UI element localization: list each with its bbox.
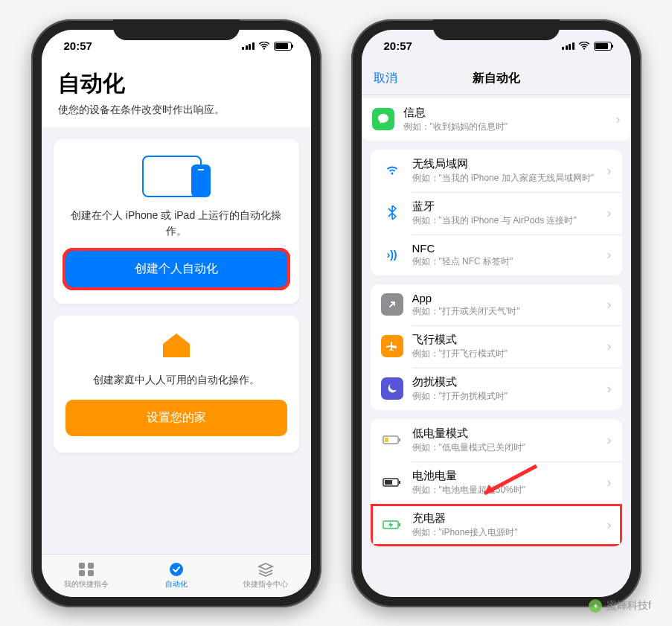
app-icon bbox=[381, 293, 403, 316]
trigger-charger[interactable]: 充电器例如："iPhone接入电源时" › bbox=[371, 504, 622, 546]
row-sub: 例如："打开或关闭'天气'时" bbox=[412, 305, 598, 318]
page-subtitle: 使您的设备在条件改变时作出响应。 bbox=[58, 103, 295, 117]
phone-right-frame: 20:57 取消 新自动化 信息 例如："收到妈妈的信息时" bbox=[351, 19, 641, 607]
row-title: 充电器 bbox=[412, 511, 598, 526]
signal-icon bbox=[242, 42, 255, 50]
grid-icon bbox=[77, 561, 96, 578]
trigger-low-power[interactable]: 低电量模式例如："低电量模式已关闭时" › bbox=[371, 419, 622, 461]
row-title: 低电量模式 bbox=[412, 427, 598, 441]
low-power-icon bbox=[381, 429, 403, 451]
modal-nav: 取消 新自动化 bbox=[362, 63, 631, 95]
chevron-right-icon: › bbox=[607, 297, 612, 313]
nfc-icon: ›)) bbox=[381, 243, 403, 266]
tab-gallery[interactable]: 快捷指令中心 bbox=[221, 555, 311, 597]
airplane-icon bbox=[381, 335, 403, 357]
row-title: 信息 bbox=[403, 106, 607, 120]
status-time: 20:57 bbox=[64, 39, 92, 52]
cancel-button[interactable]: 取消 bbox=[374, 71, 397, 86]
svg-rect-3 bbox=[88, 570, 94, 576]
card-description: 创建家庭中人人可用的自动化操作。 bbox=[65, 372, 287, 388]
tab-label: 我的快捷指令 bbox=[64, 579, 109, 590]
tab-label: 自动化 bbox=[165, 579, 188, 590]
trigger-messages[interactable]: 信息 例如："收到妈妈的信息时" › bbox=[362, 98, 631, 141]
trigger-battery-level[interactable]: 电池电量例如："电池电量超过50%时" › bbox=[371, 461, 622, 504]
wifi-icon bbox=[381, 159, 403, 182]
notch bbox=[433, 19, 560, 40]
group-modes: App例如："打开或关闭'天气'时" › 飞行模式例如："打开飞行模式时" › … bbox=[371, 284, 622, 410]
row-title: NFC bbox=[412, 242, 598, 255]
iphone-icon bbox=[191, 165, 211, 197]
chevron-right-icon: › bbox=[607, 432, 612, 448]
row-sub: 例如："当我的 iPhone 与 AirPods 连接时" bbox=[412, 214, 598, 227]
row-sub: 例如："收到妈妈的信息时" bbox=[403, 121, 607, 133]
row-sub: 例如："iPhone接入电源时" bbox=[412, 526, 598, 539]
charger-icon bbox=[381, 514, 403, 536]
row-title: App bbox=[412, 292, 598, 304]
trigger-app[interactable]: App例如："打开或关闭'天气'时" › bbox=[371, 284, 622, 325]
battery-icon bbox=[274, 42, 292, 51]
setup-home-button[interactable]: 设置您的家 bbox=[65, 400, 287, 436]
tab-bar: 我的快捷指令 自动化 快捷指令中心 bbox=[42, 554, 311, 597]
trigger-wifi[interactable]: 无线局域网例如："当我的 iPhone 加入家庭无线局域网时" › bbox=[371, 150, 622, 192]
trigger-list[interactable]: 信息 例如："收到妈妈的信息时" › 无线局域网例如："当我的 iPhone 加… bbox=[362, 95, 631, 597]
row-sub: 例如："电池电量超过50%时" bbox=[412, 484, 598, 496]
signal-icon bbox=[562, 42, 575, 50]
wifi-icon bbox=[578, 42, 590, 51]
row-sub: 例如："打开勿扰模式时" bbox=[412, 390, 598, 403]
wechat-icon: ✦ bbox=[589, 599, 602, 613]
row-sub: 例如："打开飞行模式时" bbox=[412, 348, 598, 360]
trigger-dnd[interactable]: 勿扰模式例如："打开勿扰模式时" › bbox=[371, 368, 622, 410]
chevron-right-icon: › bbox=[607, 381, 612, 397]
chevron-right-icon: › bbox=[607, 339, 612, 354]
svg-rect-12 bbox=[399, 523, 400, 526]
status-icons bbox=[242, 42, 292, 51]
devices-illustration bbox=[65, 156, 287, 197]
svg-rect-6 bbox=[385, 438, 388, 442]
svg-rect-9 bbox=[385, 480, 392, 485]
row-sub: 例如："当我的 iPhone 加入家庭无线局域网时" bbox=[412, 172, 598, 185]
tab-automation[interactable]: 自动化 bbox=[131, 555, 221, 597]
page-body: 创建在个人 iPhone 或 iPad 上运行的自动化操作。 创建个人自动化 创… bbox=[42, 127, 311, 554]
tab-label: 快捷指令中心 bbox=[243, 579, 288, 590]
chevron-right-icon: › bbox=[616, 112, 621, 127]
watermark-text: 蜜蜂科技f bbox=[607, 599, 651, 613]
svg-rect-1 bbox=[88, 563, 94, 569]
message-icon bbox=[372, 108, 394, 130]
notch bbox=[113, 19, 240, 40]
group-messages: 信息 例如："收到妈妈的信息时" › bbox=[362, 98, 631, 141]
moon-icon bbox=[381, 377, 403, 400]
create-personal-automation-button[interactable]: 创建个人自动化 bbox=[65, 251, 287, 287]
chevron-right-icon: › bbox=[607, 475, 612, 491]
page-title: 自动化 bbox=[58, 68, 295, 99]
home-icon bbox=[160, 332, 193, 359]
tab-shortcuts[interactable]: 我的快捷指令 bbox=[42, 555, 132, 597]
trigger-bluetooth[interactable]: 蓝牙例如："当我的 iPhone 与 AirPods 连接时" › bbox=[371, 192, 622, 234]
status-icons bbox=[562, 42, 612, 51]
watermark: ✦ 蜜蜂科技f bbox=[589, 599, 651, 613]
page-header: 自动化 使您的设备在条件改变时作出响应。 bbox=[42, 63, 311, 127]
phone-left-frame: 20:57 自动化 使您的设备在条件改变时作出响应。 创建在个人 iPhone … bbox=[31, 19, 321, 607]
svg-rect-0 bbox=[79, 563, 85, 569]
row-title: 电池电量 bbox=[412, 469, 598, 483]
row-title: 无线局域网 bbox=[412, 157, 598, 171]
wifi-icon bbox=[258, 42, 270, 51]
battery-level-icon bbox=[381, 471, 403, 494]
svg-rect-2 bbox=[79, 570, 85, 576]
trigger-nfc[interactable]: ›)) NFC例如："轻点 NFC 标签时" › bbox=[371, 234, 622, 275]
screen-right: 20:57 取消 新自动化 信息 例如："收到妈妈的信息时" bbox=[362, 30, 631, 597]
row-title: 勿扰模式 bbox=[412, 375, 598, 389]
row-title: 飞行模式 bbox=[412, 333, 598, 347]
chevron-right-icon: › bbox=[607, 205, 612, 221]
layers-icon bbox=[256, 561, 275, 578]
screen-left: 20:57 自动化 使您的设备在条件改变时作出响应。 创建在个人 iPhone … bbox=[42, 30, 311, 597]
row-sub: 例如："低电量模式已关闭时" bbox=[412, 441, 598, 454]
row-text: 信息 例如："收到妈妈的信息时" bbox=[403, 106, 607, 133]
modal-title: 新自动化 bbox=[473, 71, 520, 86]
personal-automation-card: 创建在个人 iPhone 或 iPad 上运行的自动化操作。 创建个人自动化 bbox=[54, 139, 299, 304]
group-power: 低电量模式例如："低电量模式已关闭时" › 电池电量例如："电池电量超过50%时… bbox=[371, 419, 622, 546]
trigger-airplane[interactable]: 飞行模式例如："打开飞行模式时" › bbox=[371, 325, 622, 368]
bluetooth-icon bbox=[381, 202, 403, 224]
card-description: 创建在个人 iPhone 或 iPad 上运行的自动化操作。 bbox=[65, 208, 287, 239]
clock-check-icon bbox=[167, 561, 186, 578]
svg-rect-7 bbox=[399, 438, 400, 441]
